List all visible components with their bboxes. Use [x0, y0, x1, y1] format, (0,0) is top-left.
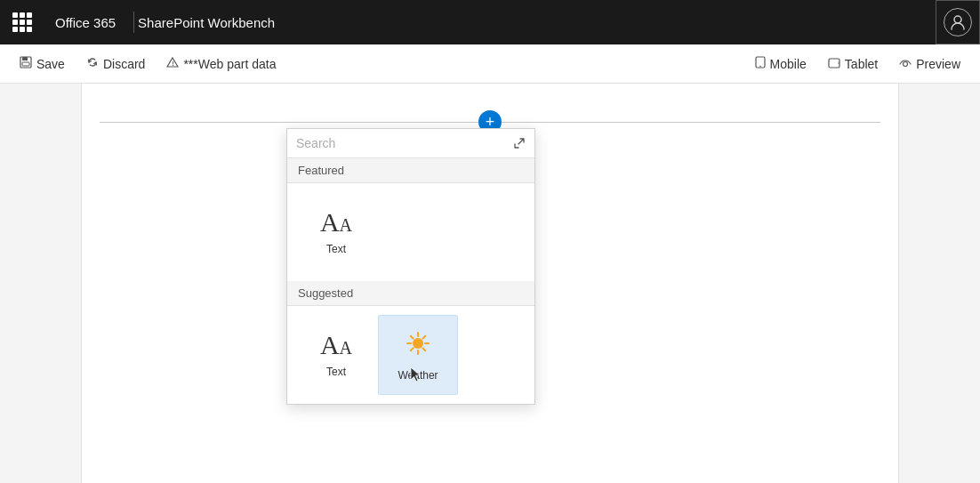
svg-line-17: [422, 335, 425, 338]
save-icon: [20, 56, 32, 71]
webpart-picker: Featured AA Text Suggested AA Text: [286, 128, 535, 405]
save-button[interactable]: Save: [11, 52, 74, 75]
svg-rect-3: [22, 62, 29, 66]
svg-point-10: [413, 338, 423, 349]
preview-icon: [899, 57, 912, 71]
top-navigation: Office 365 SharePoint Workbench: [0, 0, 980, 44]
mobile-label: Mobile: [770, 57, 807, 71]
tablet-label: Tablet: [845, 57, 878, 71]
svg-point-0: [954, 16, 961, 23]
svg-rect-2: [22, 57, 28, 60]
web-part-data-label: ***Web part data: [183, 57, 276, 71]
main-toolbar: Save Discard ! ***Web part data: [0, 44, 980, 84]
tablet-icon: [828, 57, 840, 71]
suggested-items-list: AA Text: [287, 306, 534, 404]
weather-label: Weather: [398, 369, 438, 382]
svg-text:!: !: [173, 60, 174, 67]
toolbar-right-group: Mobile Tablet Preview: [746, 52, 969, 75]
mobile-button[interactable]: Mobile: [746, 52, 815, 75]
text-featured-label: Text: [326, 243, 346, 255]
text-aa-icon-suggested: AA: [320, 332, 352, 358]
discard-label: Discard: [103, 57, 145, 71]
svg-point-8: [838, 62, 839, 63]
weather-sun-icon: [404, 329, 432, 362]
svg-line-16: [422, 348, 425, 350]
preview-button[interactable]: Preview: [890, 53, 969, 75]
featured-items-list: AA Text: [287, 183, 534, 281]
expand-icon: [513, 137, 526, 149]
mobile-icon: [755, 56, 766, 71]
web-part-data-button[interactable]: ! ***Web part data: [157, 52, 285, 75]
nav-divider: [133, 12, 134, 33]
svg-rect-7: [829, 59, 839, 68]
save-label: Save: [36, 57, 65, 71]
list-item[interactable]: AA Text: [296, 315, 376, 395]
waffle-icon: [12, 12, 32, 32]
picker-search-bar: [287, 129, 534, 158]
list-item[interactable]: Weather: [378, 315, 458, 395]
svg-point-9: [904, 61, 908, 66]
text-suggested-label: Text: [326, 366, 346, 378]
text-aa-icon: AA: [320, 209, 352, 236]
tablet-button[interactable]: Tablet: [819, 53, 887, 75]
list-item[interactable]: AA Text: [296, 192, 376, 272]
office365-label: Office 365: [44, 15, 130, 30]
warning-icon: !: [166, 56, 179, 71]
discard-button[interactable]: Discard: [77, 52, 154, 75]
waffle-menu[interactable]: [0, 0, 44, 44]
featured-section-label: Featured: [287, 158, 534, 183]
preview-label: Preview: [916, 57, 960, 71]
user-avatar[interactable]: [936, 0, 980, 44]
svg-point-6: [759, 66, 761, 68]
suggested-section-label: Suggested: [287, 281, 534, 306]
svg-line-18: [411, 348, 414, 350]
discard-icon: [86, 56, 99, 71]
picker-expand-button[interactable]: [513, 137, 526, 149]
avatar-icon: [944, 8, 972, 36]
picker-search-input[interactable]: [296, 136, 513, 150]
canvas-area: + Featured AA Text: [0, 84, 980, 483]
canvas-content: + Featured AA Text: [81, 84, 899, 483]
svg-line-15: [411, 335, 414, 338]
workbench-title: SharePoint Workbench: [138, 15, 275, 30]
